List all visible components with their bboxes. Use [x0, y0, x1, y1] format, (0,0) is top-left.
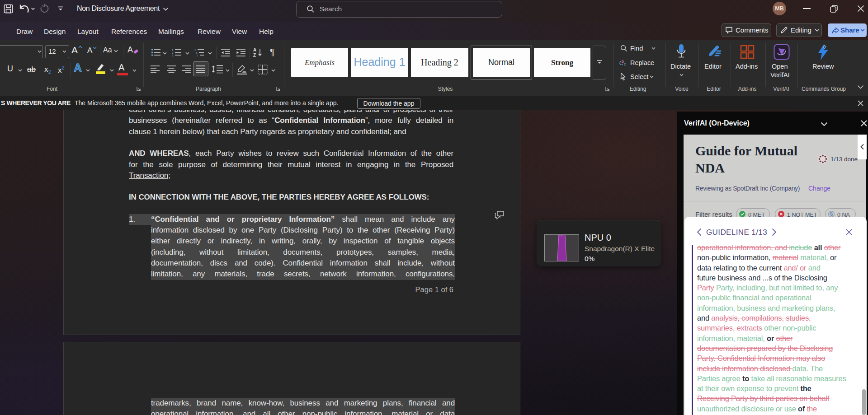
svg-text:A: A — [253, 47, 256, 52]
svg-text:Z: Z — [253, 53, 256, 57]
svg-text:3: 3 — [172, 54, 174, 57]
svg-text:i: i — [197, 54, 198, 57]
svg-text:c: c — [624, 62, 626, 66]
